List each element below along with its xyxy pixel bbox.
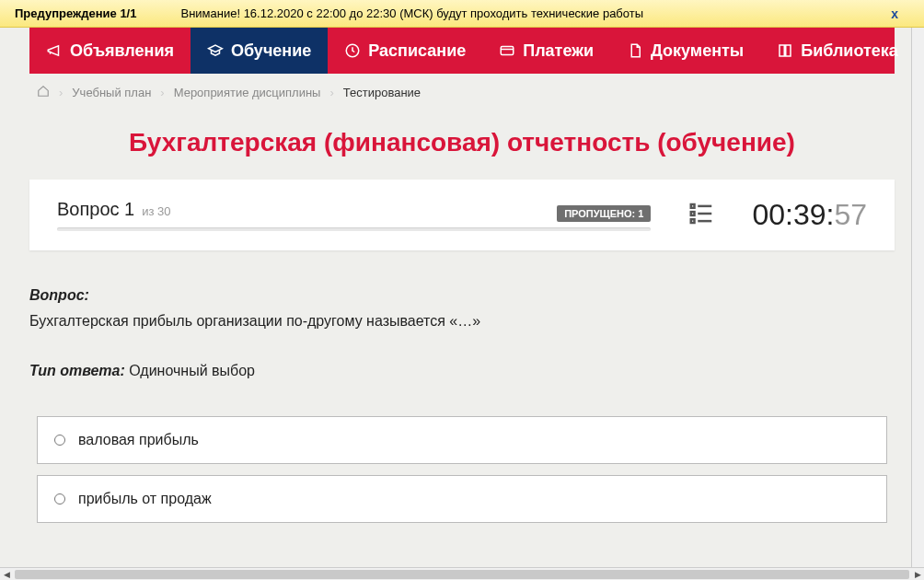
scrollbar-vertical[interactable] bbox=[911, 28, 924, 567]
scroll-right-icon[interactable]: ▶ bbox=[911, 568, 924, 581]
answer-type-label: Тип ответа: bbox=[29, 363, 125, 378]
scrollbar-track[interactable] bbox=[15, 570, 909, 579]
question-text: Бухгалтерская прибыль организации по-дру… bbox=[29, 313, 895, 330]
chevron-right-icon: › bbox=[59, 86, 63, 99]
progress-bar bbox=[57, 227, 651, 231]
nav-label: Документы bbox=[651, 41, 744, 61]
page-title: Бухгалтерская (финансовая) отчетность (о… bbox=[0, 111, 924, 180]
warning-text: Внимание! 16.12.2020 с 22:00 до 22:30 (М… bbox=[180, 6, 643, 20]
breadcrumb-event[interactable]: Мероприятие дисциплины bbox=[174, 86, 321, 99]
main-nav: Объявления Обучение Расписание Платежи Д… bbox=[29, 28, 895, 74]
answer-option[interactable]: прибыль от продаж bbox=[37, 475, 887, 523]
answers-list: валовая прибыль прибыль от продаж bbox=[37, 416, 887, 523]
question-total: из 30 bbox=[142, 204, 170, 218]
answer-radio[interactable] bbox=[54, 493, 65, 505]
nav-label: Обучение bbox=[231, 41, 311, 61]
answer-type-row: Тип ответа: Одиночный выбор bbox=[29, 363, 895, 379]
nav-label: Библиотека bbox=[801, 41, 898, 61]
nav-item-schedule[interactable]: Расписание bbox=[328, 28, 482, 74]
timer-main: 00:39: bbox=[752, 198, 834, 231]
nav-item-library[interactable]: Библиотека ⌄ bbox=[760, 28, 924, 74]
nav-label: Платежи bbox=[523, 41, 594, 61]
card-left: Вопрос 1 из 30 ПРОПУЩЕНО: 1 bbox=[57, 199, 651, 231]
home-icon[interactable] bbox=[37, 85, 50, 100]
svg-rect-2 bbox=[691, 204, 695, 208]
nav-label: Объявления bbox=[70, 41, 174, 61]
answer-radio[interactable] bbox=[54, 435, 65, 446]
chevron-right-icon: › bbox=[329, 86, 333, 99]
svg-rect-4 bbox=[691, 212, 695, 215]
nav-item-payments[interactable]: Платежи bbox=[482, 28, 610, 74]
education-icon bbox=[207, 42, 224, 59]
clock-icon bbox=[344, 42, 361, 59]
list-icon bbox=[687, 215, 715, 230]
breadcrumb-plan[interactable]: Учебный план bbox=[72, 86, 151, 99]
megaphone-icon bbox=[46, 42, 63, 59]
nav-item-education[interactable]: Обучение bbox=[191, 28, 328, 74]
svg-rect-6 bbox=[691, 219, 695, 223]
answer-type-value: Одиночный выбор bbox=[125, 363, 255, 378]
chevron-right-icon: › bbox=[160, 86, 164, 99]
card-icon bbox=[499, 42, 515, 59]
nav-item-announcements[interactable]: Объявления bbox=[29, 28, 191, 74]
breadcrumb-testing: Тестирование bbox=[343, 86, 421, 99]
question-block: Вопрос: Бухгалтерская прибыль организаци… bbox=[29, 287, 895, 379]
close-icon[interactable]: x bbox=[891, 6, 898, 21]
nav-item-documents[interactable]: Документы bbox=[610, 28, 760, 74]
answer-text: валовая прибыль bbox=[78, 432, 199, 448]
timer-seconds: 57 bbox=[834, 198, 867, 231]
warning-label: Предупреждение 1/1 bbox=[15, 6, 136, 20]
question-list-button[interactable] bbox=[651, 200, 752, 231]
scroll-left-icon[interactable]: ◀ bbox=[0, 568, 13, 581]
scrollbar-horizontal[interactable]: ◀ ▶ bbox=[0, 567, 924, 580]
question-card: Вопрос 1 из 30 ПРОПУЩЕНО: 1 00:39:57 bbox=[29, 180, 895, 250]
nav-label: Расписание bbox=[368, 41, 466, 61]
answer-text: прибыль от продаж bbox=[78, 491, 212, 507]
warning-bar: Предупреждение 1/1 Внимание! 16.12.2020 … bbox=[0, 0, 924, 28]
breadcrumb: › Учебный план › Мероприятие дисциплины … bbox=[0, 74, 924, 111]
question-label: Вопрос: bbox=[29, 287, 895, 304]
svg-rect-1 bbox=[501, 47, 514, 55]
question-number: Вопрос 1 bbox=[57, 199, 134, 220]
document-icon bbox=[627, 42, 643, 59]
timer: 00:39:57 bbox=[752, 198, 867, 232]
book-icon bbox=[777, 42, 793, 59]
missed-badge: ПРОПУЩЕНО: 1 bbox=[557, 205, 651, 222]
answer-option[interactable]: валовая прибыль bbox=[37, 416, 887, 464]
